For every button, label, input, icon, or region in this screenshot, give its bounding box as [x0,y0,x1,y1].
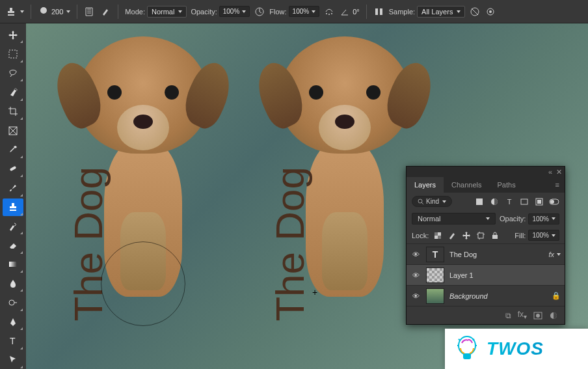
crop-tool[interactable] [3,103,23,120]
visibility-toggle[interactable]: 👁 [410,271,421,279]
svg-text:T: T [10,336,16,346]
svg-point-24 [550,200,554,204]
angle-icon [339,6,351,18]
opacity-label: Opacity: [191,8,217,16]
visibility-toggle[interactable]: 👁 [410,251,421,258]
layer-row-text[interactable]: 👁 T The Dog fx [407,243,565,264]
svg-point-33 [459,336,475,355]
fx-badge[interactable]: fx [548,251,561,258]
filter-toggle-icon[interactable] [549,197,559,207]
layer-row-raster[interactable]: 👁 Layer 1 [407,264,565,285]
move-tool[interactable] [3,26,23,44]
layer-thumb-text-icon: T [426,247,444,262]
sample-select[interactable]: All Layers [417,6,465,18]
layer-row-background[interactable]: 👁 Background 🔒 [407,285,565,306]
link-layers-icon[interactable]: ⧉ [505,311,511,320]
gradient-tool[interactable] [3,256,23,273]
ignore-adjustment-icon[interactable] [469,6,481,18]
tab-layers[interactable]: Layers [407,177,444,193]
frame-tool[interactable] [3,122,23,139]
tab-paths[interactable]: Paths [490,177,524,193]
layer-name[interactable]: Layer 1 [449,271,561,279]
quick-select-tool[interactable] [3,83,23,101]
svg-rect-29 [492,235,498,239]
tools-palette: T [0,23,26,369]
brush-preset-picker[interactable]: 200 [38,6,70,18]
layer-fx-icon[interactable]: fx▾ [518,310,527,320]
svg-rect-14 [9,262,17,267]
filter-pixel-icon[interactable] [474,197,485,207]
lock-position-icon[interactable] [461,230,472,241]
lock-artboard-icon[interactable] [475,230,486,241]
svg-rect-10 [9,50,17,58]
pen-tool[interactable] [3,313,23,331]
flow-input[interactable]: 100% [289,6,320,17]
brush-size-value: 200 [51,8,63,16]
svg-point-31 [536,314,540,318]
layer-name[interactable]: Background [449,292,546,300]
panel-close-icon[interactable]: ✕ [556,168,562,176]
blur-tool[interactable] [3,275,23,292]
lock-all-icon[interactable] [490,230,500,241]
layer-blend-select[interactable]: Normal [412,213,496,225]
opacity-input[interactable]: 100% [219,6,250,17]
lock-transparency-icon[interactable] [433,230,443,241]
filter-kind-select[interactable]: Kind [412,196,452,207]
history-brush-tool[interactable] [3,217,23,235]
tool-preset-picker[interactable] [5,6,24,18]
filter-shape-icon[interactable] [519,197,529,207]
aligned-icon[interactable] [373,6,385,18]
svg-point-2 [326,13,327,14]
pressure-opacity-icon[interactable] [254,6,265,18]
heal-tool[interactable] [3,160,23,178]
filter-adjustment-icon[interactable] [489,197,500,207]
watermark-text: TWOS [487,338,544,359]
clone-stamp-tool[interactable] [3,198,23,216]
blend-mode-select[interactable]: Normal [147,6,187,18]
marquee-tool[interactable] [3,45,23,62]
filter-type-icon[interactable]: T [504,197,514,207]
svg-rect-27 [438,236,441,239]
svg-rect-18 [476,198,483,205]
layer-name[interactable]: The Dog [449,251,543,258]
svg-rect-26 [434,232,438,236]
fill-input[interactable]: 100% [528,230,559,241]
brush-panel-icon[interactable] [100,6,111,18]
lock-pixels-icon[interactable] [447,230,457,241]
brush-cursor-ring [101,241,185,326]
layer-thumb-background [426,288,444,304]
layer-opacity-label: Opacity: [500,215,526,223]
dodge-tool[interactable] [3,294,23,311]
pressure-size-icon[interactable] [485,6,496,18]
lock-icon[interactable]: 🔒 [552,292,561,300]
options-bar: 200 Mode: Normal Opacity: 100% Flow: 100… [0,0,588,23]
path-select-tool[interactable] [3,351,23,369]
tab-channels[interactable]: Channels [444,177,489,193]
panel-menu-icon[interactable]: ≡ [550,177,565,193]
blend-row: Normal Opacity: 100% [407,210,565,227]
watermark: TWOS [445,329,588,369]
svg-point-4 [331,13,332,14]
add-mask-icon[interactable] [533,311,542,320]
brush-settings-icon[interactable] [84,6,96,18]
eyedropper-tool[interactable] [3,141,23,158]
text-layer-right: The Dog [267,167,313,321]
filter-smart-icon[interactable] [534,197,544,207]
layer-opacity-input[interactable]: 100% [528,213,559,225]
eraser-tool[interactable] [3,236,23,254]
sample-label: Sample: [389,8,415,16]
layer-thumb-transparent [426,267,444,283]
svg-rect-20 [521,199,528,204]
panel-collapse-icon[interactable]: « [548,168,552,176]
visibility-toggle[interactable]: 👁 [410,292,421,300]
panel-header: « ✕ [407,167,565,177]
type-tool[interactable]: T [3,332,23,349]
airbrush-icon[interactable] [323,6,335,18]
svg-rect-28 [478,233,483,238]
lasso-tool[interactable] [3,64,23,82]
angle-value[interactable]: 0° [353,8,360,16]
lightbulb-icon [454,334,480,364]
svg-point-9 [489,10,492,13]
new-adjustment-icon[interactable] [549,311,558,320]
brush-tool[interactable] [3,179,23,197]
